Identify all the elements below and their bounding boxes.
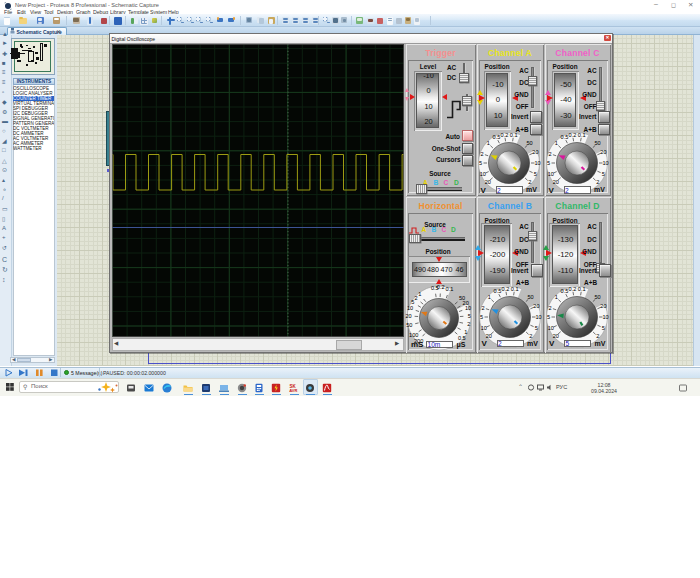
svg-text:AVR: AVR xyxy=(289,388,297,393)
svg-text:20: 20 xyxy=(485,332,491,338)
svg-text:0.2: 0.2 xyxy=(500,132,508,138)
svg-text:0.1: 0.1 xyxy=(446,286,454,292)
svg-text:0.2: 0.2 xyxy=(437,284,445,290)
svg-text:1: 1 xyxy=(486,140,489,146)
svg-text:20: 20 xyxy=(553,332,559,338)
svg-text:0.1: 0.1 xyxy=(510,285,518,291)
svg-text:10: 10 xyxy=(602,313,608,319)
svg-text:10: 10 xyxy=(602,160,608,166)
svg-text:5: 5 xyxy=(478,160,481,166)
svg-text:10: 10 xyxy=(480,324,486,330)
svg-text:1: 1 xyxy=(487,294,490,300)
svg-text:0.2: 0.2 xyxy=(501,285,509,291)
svg-text:2: 2 xyxy=(596,179,599,185)
svg-text:20: 20 xyxy=(600,303,606,309)
svg-text:50: 50 xyxy=(406,321,412,327)
svg-text:0.5: 0.5 xyxy=(492,134,500,140)
svg-text:0.1: 0.1 xyxy=(578,285,586,291)
svg-text:2: 2 xyxy=(414,294,417,300)
svg-text:50: 50 xyxy=(594,294,600,300)
svg-text:5: 5 xyxy=(602,324,605,330)
svg-text:10: 10 xyxy=(479,171,485,177)
svg-text:0.5: 0.5 xyxy=(493,288,501,294)
svg-text:2: 2 xyxy=(549,304,552,310)
svg-text:5: 5 xyxy=(546,160,549,166)
svg-text:0.2: 0.2 xyxy=(569,285,577,291)
svg-text:0.2: 0.2 xyxy=(568,132,576,138)
svg-text:0.1: 0.1 xyxy=(509,132,517,138)
svg-text:2: 2 xyxy=(529,333,532,339)
svg-text:10: 10 xyxy=(548,324,554,330)
svg-text:0.1: 0.1 xyxy=(577,132,585,138)
svg-text:2: 2 xyxy=(481,304,484,310)
svg-text:20: 20 xyxy=(405,312,411,318)
svg-text:5: 5 xyxy=(601,171,604,177)
svg-text:20: 20 xyxy=(552,179,558,185)
svg-text:20: 20 xyxy=(484,179,490,185)
svg-text:2: 2 xyxy=(480,151,483,157)
svg-text:10: 10 xyxy=(547,171,553,177)
svg-text:5: 5 xyxy=(547,313,550,319)
svg-text:5: 5 xyxy=(411,299,414,305)
svg-text:2: 2 xyxy=(548,151,551,157)
svg-text:1: 1 xyxy=(555,294,558,300)
svg-text:2: 2 xyxy=(528,179,531,185)
svg-text:5: 5 xyxy=(479,313,482,319)
svg-text:2: 2 xyxy=(596,333,599,339)
svg-text:0.5: 0.5 xyxy=(560,134,568,140)
svg-text:50: 50 xyxy=(527,294,533,300)
svg-text:1: 1 xyxy=(554,140,557,146)
svg-text:0.5: 0.5 xyxy=(561,288,569,294)
svg-text:50: 50 xyxy=(526,140,532,146)
svg-text:20: 20 xyxy=(600,149,606,155)
svg-text:10: 10 xyxy=(407,305,413,311)
svg-text:1: 1 xyxy=(418,291,421,297)
svg-text:50: 50 xyxy=(594,140,600,146)
